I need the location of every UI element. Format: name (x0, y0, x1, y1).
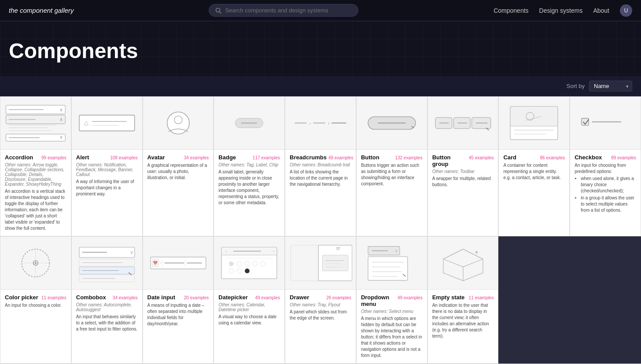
card-desc: Buttons trigger an action such as submit… (361, 162, 423, 187)
card-count: 49 examples (398, 295, 423, 300)
card-other-names: Other names: Tray, Flyout (290, 302, 351, 307)
svg-text:∨: ∨ (59, 107, 63, 112)
card-body-datepicker: Datepicker 49 examples Other names: Cale… (214, 290, 284, 363)
card-button-group[interactable]: Button group 45 examples Other names: To… (427, 96, 499, 236)
card-button[interactable]: Button 132 examples Buttons trigger an a… (356, 96, 427, 236)
card-desc: A wrapper for multiple, related buttons. (432, 176, 494, 188)
card-preview-accordion: ∨ ∧ ∨ (0, 97, 71, 150)
search-bar[interactable] (209, 4, 358, 17)
card-body-breadcrumbs: Breadcrumbs 49 examples Other names: Bre… (285, 150, 356, 236)
svg-rect-94 (368, 257, 408, 280)
card-preview-breadcrumbs: › › (285, 97, 356, 150)
sort-label: Sort by (567, 83, 585, 89)
card-count: 20 examples (184, 295, 209, 300)
card-desc: A list of links showing the location of … (290, 169, 351, 188)
card-other-names: Other names: Tag, Label, Chip (218, 162, 280, 167)
card-preview-avatar (143, 97, 214, 150)
card-date-input[interactable]: 📅 Date input 20 examples A means of inpu… (143, 236, 214, 364)
svg-text:∨: ∨ (130, 250, 133, 255)
card-preview-drawer (285, 237, 356, 290)
card-count: 45 examples (469, 155, 494, 160)
card-preview-color-picker (0, 237, 71, 290)
card-other-names: Other names: Autocomplete, Autosuggest (76, 302, 138, 312)
card-title: Badge (218, 154, 236, 161)
card-desc: A way of informing the user of important… (76, 179, 138, 197)
svg-text:›: › (273, 249, 274, 254)
card-card[interactable]: Card 86 examples A container for content… (498, 96, 570, 236)
card-body-dropdown-menu: Dropdown menu 49 examples Other names: S… (357, 290, 427, 363)
card-title: Breadcrumbs (290, 154, 327, 161)
card-count: 11 examples (41, 295, 66, 300)
search-input[interactable] (225, 7, 352, 14)
sort-select-wrapper[interactable]: Name Examples (589, 81, 632, 92)
card-datepicker[interactable]: ‹ › Datepicker 49 examples Other names: … (214, 236, 285, 364)
svg-text:›: › (328, 121, 330, 126)
card-title: Alert (76, 154, 89, 161)
card-other-names: Other names: Breadcrumb trail (290, 162, 351, 167)
card-body-badge: Badge 117 examples Other names: Tag, Lab… (214, 150, 284, 236)
card-body-color-picker: Color picker 11 examples An input for ch… (0, 290, 71, 363)
card-body-button-group: Button group 45 examples Other names: To… (428, 150, 498, 236)
card-accordion[interactable]: ∨ ∧ ∨ Accordion 99 examples Other names:… (0, 96, 71, 236)
card-desc: An accordion is a vertical stack of inte… (5, 188, 66, 232)
nav-about[interactable]: About (593, 7, 609, 14)
card-other-names: Other names: Calendar, Datetime picker (218, 302, 280, 312)
card-color-picker[interactable]: Color picker 11 examples An input for ch… (0, 236, 71, 364)
card-desc: A panel which slides out from the edge o… (290, 309, 351, 321)
nav-links: Components Design systems About U (494, 4, 632, 17)
svg-text:‹: ‹ (225, 249, 227, 254)
card-preview-date-input: 📅 (143, 237, 214, 290)
svg-text:△: △ (84, 120, 88, 126)
card-preview-alert: △ (72, 97, 142, 150)
card-title: Button group (432, 154, 467, 167)
card-title: Datepicker (218, 294, 247, 301)
sort-select[interactable]: Name Examples (589, 81, 632, 92)
card-preview-card (499, 97, 569, 150)
svg-text:📅: 📅 (153, 261, 158, 266)
card-checkbox[interactable]: Checkbox 89 examples An input for choosi… (570, 96, 641, 236)
hero-section: Components (0, 21, 641, 76)
card-count: 11 examples (469, 295, 494, 300)
card-badge[interactable]: Badge 117 examples Other names: Tag, Lab… (214, 96, 285, 236)
card-breadcrumbs[interactable]: › › Breadcrumbs 49 examples Other names:… (285, 96, 356, 236)
card-desc: An input for choosing a color. (5, 302, 66, 309)
svg-text:✦: ✦ (474, 250, 479, 256)
card-other-names: Other names: Toolbar (432, 169, 494, 174)
card-body-alert: Alert 108 examples Other names: Notifica… (72, 150, 142, 236)
card-count: 99 examples (41, 155, 66, 160)
svg-text:∨: ∨ (59, 134, 63, 140)
card-title: Avatar (147, 154, 165, 161)
component-grid: ∨ ∧ ∨ Accordion 99 examples Other names:… (0, 96, 641, 364)
card-body-drawer: Drawer 26 examples Other names: Tray, Fl… (285, 290, 356, 363)
card-title: Card (503, 154, 516, 161)
card-count: 108 examples (110, 155, 137, 160)
card-drawer[interactable]: Drawer 26 examples Other names: Tray, Fl… (285, 236, 356, 364)
page-title: Components (9, 39, 632, 63)
card-alert[interactable]: △ Alert 108 examples Other names: Notifi… (71, 96, 143, 236)
svg-text:›: › (309, 121, 311, 126)
avatar[interactable]: U (620, 4, 632, 17)
card-desc: A small label, generally appearing insid… (218, 169, 280, 206)
card-body-button: Button 132 examples Buttons trigger an a… (357, 150, 427, 236)
card-desc: An input that behaves similarly to a sel… (76, 314, 138, 332)
search-icon (215, 7, 221, 14)
svg-text:∨: ∨ (395, 249, 398, 253)
card-dropdown-menu[interactable]: ∨ Dropdown menu 49 examples Other names:… (356, 236, 427, 364)
nav-components[interactable]: Components (494, 7, 528, 14)
card-count: 89 examples (611, 155, 636, 160)
card-empty-state[interactable]: ✦ Empty state 11 examples An indication … (427, 236, 499, 364)
card-avatar[interactable]: Avatar 34 examples A graphical represent… (143, 96, 214, 236)
card-title: Date input (147, 294, 176, 301)
card-preview-button (357, 97, 427, 150)
card-body-combobox: Combobox 34 examples Other names: Autoco… (72, 290, 142, 363)
navbar: the component gallery Components Design … (0, 0, 641, 21)
card-desc: A graphical representation of a user: us… (147, 162, 209, 181)
nav-design-systems[interactable]: Design systems (539, 7, 583, 14)
sort-bar: Sort by Name Examples (0, 76, 641, 96)
card-combobox[interactable]: ∨ Combobox 34 examples Other names: Auto… (71, 236, 143, 364)
card-count: 26 examples (326, 295, 351, 300)
card-preview-empty-state: ✦ (428, 237, 498, 290)
site-logo[interactable]: the component gallery (9, 7, 74, 14)
card-preview-button-group (428, 97, 498, 150)
card-body-date-input: Date input 20 examples A means of inputt… (143, 290, 214, 363)
